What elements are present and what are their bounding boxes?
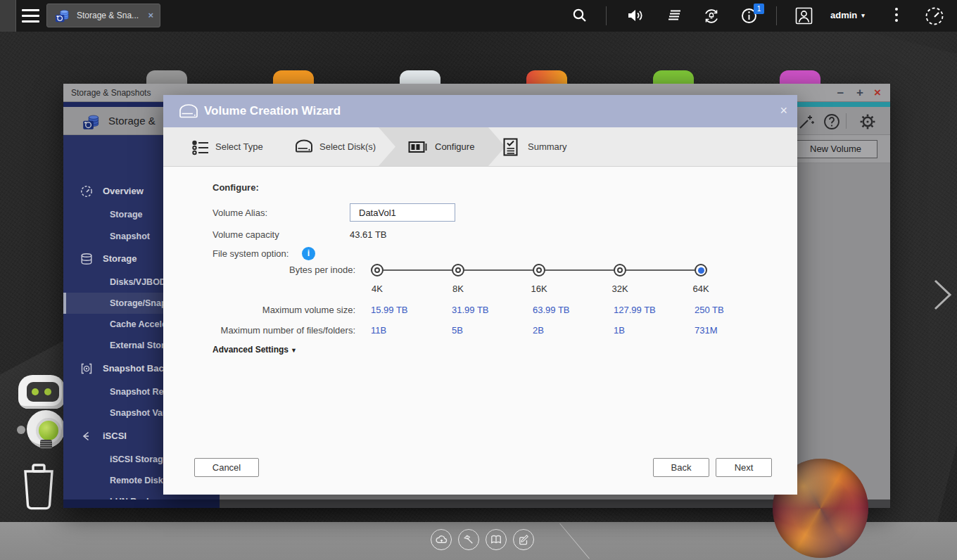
advanced-settings-label: Advanced Settings (213, 345, 289, 355)
qbot-body (27, 410, 65, 448)
inode-stop-4k[interactable] (371, 264, 384, 276)
select-disks-icon (294, 139, 314, 155)
summary-checklist-icon (502, 137, 519, 157)
max-files-value: 1B (614, 325, 625, 336)
more-options-icon[interactable] (895, 8, 899, 25)
window-maximize-button[interactable]: + (856, 85, 863, 101)
dialog-title: Volume Creation Wizard (204, 95, 341, 127)
smart-wizard-wand-icon[interactable] (797, 113, 816, 131)
background-tasks-icon[interactable] (666, 7, 683, 24)
dashboard-gauge-icon[interactable] (924, 6, 945, 27)
advanced-settings-toggle[interactable]: Advanced Settings▼ (213, 345, 297, 355)
disks-icon (80, 253, 93, 265)
max-volume-value: 250 TB (695, 305, 724, 315)
max-volume-size-label: Maximum volume size: (213, 305, 355, 315)
help-icon[interactable] (823, 113, 841, 131)
bytes-per-inode-label: Bytes per inode: (213, 265, 355, 275)
qbot-head (18, 375, 65, 409)
iscsi-icon (80, 430, 93, 443)
dialog-titlebar: Volume Creation Wizard × (163, 95, 797, 127)
new-volume-button[interactable]: New Volume (794, 140, 877, 158)
external-device-sync-icon[interactable] (702, 7, 721, 25)
inode-stop-16k[interactable] (533, 264, 545, 276)
max-files-value: 731M (695, 325, 718, 336)
cancel-button[interactable]: Cancel (194, 458, 259, 477)
max-volume-value: 31.99 TB (452, 305, 489, 315)
taskbar-divider (606, 6, 607, 25)
inode-option-label: 8K (437, 284, 479, 294)
documentation-book-icon[interactable] (486, 529, 507, 550)
max-volume-value: 63.99 TB (533, 305, 570, 315)
max-files-value: 5B (452, 325, 463, 336)
taskbar-tab-storage-snapshots[interactable]: Storage & Sna... × (46, 4, 160, 27)
utilities-hammer-icon[interactable] (458, 529, 479, 550)
desktop: Storage & Sna... × (0, 0, 957, 560)
storage-snapshots-app-icon (54, 8, 70, 24)
next-desktop-chevron-icon[interactable] (933, 279, 953, 311)
myqnapcloud-icon[interactable] (431, 529, 452, 550)
app-name: Storage & (108, 107, 156, 135)
volume-capacity-label: Volume capacity (213, 229, 279, 240)
user-menu[interactable]: admin▾ (830, 10, 865, 20)
info-icon[interactable]: i (302, 247, 315, 260)
window-close-button[interactable]: × (874, 85, 881, 101)
max-files-value: 11B (371, 325, 386, 336)
taskbar-corner-tile (0, 0, 16, 32)
taskbar-divider (776, 6, 777, 25)
storage-snapshots-app-icon (82, 113, 101, 132)
next-button[interactable]: Next (716, 458, 772, 477)
volume-creation-wizard-dialog: Volume Creation Wizard × Select Type (163, 95, 797, 495)
chevron-down-icon: ▼ (291, 347, 297, 354)
notification-count-badge: 1 (754, 4, 764, 14)
file-system-option-label: File system option: (213, 248, 289, 259)
header-divider (846, 113, 847, 129)
recycle-bin-icon[interactable] (18, 463, 59, 511)
inode-option-label: 64K (680, 284, 722, 294)
inode-option-label: 32K (599, 284, 641, 294)
max-files-label: Maximum number of files/folders: (213, 325, 355, 336)
chevron-down-icon: ▾ (861, 12, 865, 19)
inode-stop-32k[interactable] (614, 264, 626, 276)
volume-alias-input[interactable] (350, 203, 455, 222)
back-button[interactable]: Back (653, 458, 709, 477)
wizard-steps-bar: Select Type Select Disk(s) (163, 127, 797, 167)
main-menu-icon[interactable] (22, 9, 39, 23)
max-volume-value: 127.99 TB (614, 305, 656, 315)
window-minimize-button[interactable]: – (837, 85, 844, 101)
snapshot-backup-icon (80, 362, 93, 375)
configure-volume-icon (408, 141, 428, 153)
volume-alias-label: Volume Alias: (213, 208, 267, 218)
inode-option-label: 4K (356, 284, 398, 294)
configure-form: Configure: Volume Alias: Volume capacity… (163, 167, 797, 458)
tab-close-icon[interactable]: × (148, 10, 153, 20)
select-type-list-icon (191, 139, 210, 157)
tab-label: Storage & Sna... (77, 11, 139, 20)
feedback-note-icon[interactable] (513, 529, 534, 550)
max-files-value: 2B (533, 325, 544, 336)
volume-disk-icon (179, 104, 198, 119)
max-volume-value: 15.99 TB (371, 305, 408, 315)
search-icon[interactable] (571, 7, 588, 24)
user-avatar-icon[interactable] (795, 7, 813, 25)
dialog-close-icon[interactable]: × (780, 103, 787, 118)
user-name: admin (830, 10, 857, 20)
taskbar: Storage & Sna... × (0, 0, 957, 32)
volume-icon[interactable] (626, 7, 645, 24)
form-heading: Configure: (213, 182, 259, 193)
inode-option-label: 16K (518, 284, 560, 294)
inode-stop-64k-selected[interactable] (695, 264, 707, 276)
gauge-icon (80, 185, 93, 198)
window-title: Storage & Snapshots (71, 88, 151, 98)
volume-capacity-value: 43.61 TB (350, 229, 387, 240)
settings-gear-icon[interactable] (858, 113, 877, 131)
window-bottom-edge (63, 499, 890, 508)
inode-stop-8k[interactable] (452, 264, 464, 276)
desktop-dock (431, 529, 534, 550)
